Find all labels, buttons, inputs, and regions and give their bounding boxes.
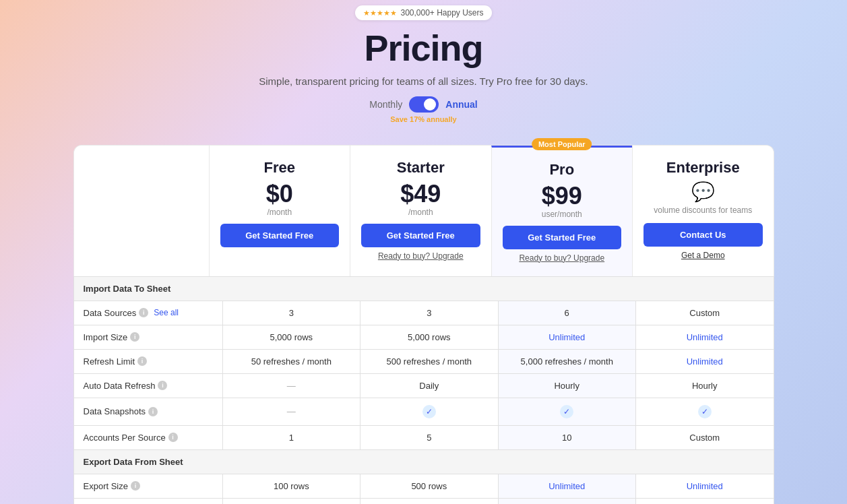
feature-name: Auto Data Refresh	[84, 381, 156, 391]
feature-name: Data Snapshots	[84, 406, 146, 416]
annual-label: Annual	[445, 99, 477, 110]
check-icon: ✓	[698, 405, 712, 418]
pro-value: Unlimited	[498, 325, 635, 349]
enterprise-value: ✓	[635, 398, 774, 425]
plan-col-starter: Starter $49 /month Get Started Free Read…	[350, 146, 491, 276]
starter-value: 500 refreshes / month	[360, 349, 498, 373]
import-section-title: Import Data To Sheet	[73, 276, 774, 301]
free-value: 3	[222, 301, 360, 325]
feature-name: Accounts Per Source	[84, 433, 166, 443]
free-value: 1	[222, 425, 360, 449]
table-row: Data Snapshots i — ✓ ✓ ✓	[73, 398, 774, 425]
starter-plan-price: $49	[361, 181, 480, 208]
enterprise-contact-button[interactable]: Contact Us	[644, 223, 763, 247]
pricing-container: Free $0 /month Get Started Free Starter …	[60, 145, 788, 504]
plan-col-pro: Most Popular Pro $99 user/month Get Star…	[491, 146, 633, 276]
feature-name: Data Sources	[84, 308, 137, 318]
starter-value: 500 runs / month	[360, 498, 498, 504]
enterprise-value: Hourly	[635, 373, 774, 398]
free-value: —	[222, 373, 360, 398]
pro-plan-period: user/month	[503, 210, 622, 219]
free-value: 5,000 rows	[222, 325, 360, 349]
pro-get-started-button[interactable]: Get Started Free	[503, 226, 622, 249]
starter-value: 500 rows	[360, 474, 498, 498]
toggle-knob	[424, 98, 436, 111]
plans-header: Free $0 /month Get Started Free Starter …	[73, 145, 774, 276]
save-text: Save 17% annually	[390, 115, 456, 123]
stars-icon: ★★★★★	[363, 9, 397, 18]
info-icon[interactable]: i	[148, 407, 158, 416]
save-badge: Save 17% annually	[0, 115, 847, 123]
header-section: ★★★★★ 300,000+ Happy Users Pricing Simpl…	[0, 0, 847, 145]
starter-value: Daily	[360, 373, 498, 398]
free-get-started-button[interactable]: Get Started Free	[220, 224, 340, 247]
feature-name: Import Size	[84, 332, 128, 342]
plan-col-enterprise: Enterprise 💬 volume discounts for teams …	[632, 146, 774, 276]
enterprise-plan-name: Enterprise	[644, 159, 763, 177]
page-title: Pricing	[0, 27, 847, 69]
pricing-subtitle: Simple, transparent pricing for teams of…	[0, 75, 847, 87]
starter-plan-name: Starter	[361, 159, 480, 177]
table-row: Data Sources i See all 3 3 6 Custom	[73, 301, 774, 325]
enterprise-value: Unlimited	[635, 349, 774, 373]
info-icon[interactable]: i	[158, 381, 167, 390]
free-plan-price: $0	[220, 181, 340, 208]
pro-value: ✓	[498, 398, 635, 425]
see-all-link[interactable]: See all	[154, 308, 179, 317]
enterprise-plan-desc: volume discounts for teams	[644, 206, 763, 215]
info-icon[interactable]: i	[139, 308, 148, 317]
table-row: Accounts Per Source i 1 5 10 Custom	[73, 425, 774, 449]
check-icon: ✓	[422, 405, 436, 418]
plan-col-free: Free $0 /month Get Started Free	[209, 146, 350, 276]
starter-value: 5	[360, 425, 498, 449]
enterprise-value: Unlimited	[635, 325, 774, 349]
import-section-header: Import Data To Sheet	[73, 276, 774, 301]
header-empty-col	[74, 146, 209, 276]
info-icon[interactable]: i	[130, 332, 139, 342]
pro-value: 6	[498, 301, 635, 325]
starter-plan-period: /month	[361, 208, 480, 217]
starter-value: 5,000 rows	[360, 325, 498, 349]
starter-value: ✓	[360, 398, 498, 425]
feature-name: Export Size	[84, 481, 128, 491]
info-icon[interactable]: i	[168, 433, 178, 442]
info-icon[interactable]: i	[131, 481, 140, 491]
badge-text: 300,000+ Happy Users	[400, 8, 483, 18]
free-value: —	[222, 398, 360, 425]
enterprise-value: Custom	[635, 425, 774, 449]
table-row: Auto Data Refresh i — Daily Hourly Hourl…	[73, 373, 774, 398]
feature-table: Import Data To Sheet Data Sources i See …	[73, 276, 774, 504]
pro-plan-price: $99	[503, 183, 622, 210]
get-demo-link[interactable]: Get a Demo	[644, 251, 763, 260]
free-plan-period: /month	[220, 208, 340, 217]
free-value: 100 rows	[222, 474, 360, 498]
chat-icon: 💬	[644, 181, 763, 203]
starter-upgrade-link[interactable]: Ready to buy? Upgrade	[361, 251, 480, 261]
pro-upgrade-link[interactable]: Ready to buy? Upgrade	[503, 253, 622, 263]
starter-get-started-button[interactable]: Get Started Free	[361, 224, 480, 247]
pro-plan-name: Pro	[503, 161, 622, 179]
free-value: 50 refreshes / month	[222, 349, 360, 373]
table-row: Export Runs Limit i 50 runs / month 500 …	[73, 498, 774, 504]
pro-value: Unlimited	[498, 474, 635, 498]
feature-label-cell: Data Sources i See all	[73, 301, 222, 325]
billing-toggle[interactable]	[409, 96, 439, 113]
table-row: Export Size i 100 rows 500 rows Unlimite…	[73, 474, 774, 498]
pro-value: Hourly	[498, 373, 635, 398]
most-popular-badge: Most Popular	[532, 138, 592, 150]
table-row: Import Size i 5,000 rows 5,000 rows Unli…	[73, 325, 774, 349]
page-wrapper: ★★★★★ 300,000+ Happy Users Pricing Simpl…	[0, 0, 847, 504]
enterprise-value: Unlimited	[635, 474, 774, 498]
enterprise-value: Custom	[635, 301, 774, 325]
feature-name: Refresh Limit	[84, 356, 135, 367]
free-plan-name: Free	[220, 159, 340, 177]
info-icon[interactable]: i	[137, 356, 147, 366]
happy-users-badge: ★★★★★ 300,000+ Happy Users	[355, 5, 491, 20]
free-value: 50 runs / month	[222, 498, 360, 504]
check-icon: ✓	[560, 405, 573, 418]
monthly-label: Monthly	[369, 99, 402, 110]
export-section-title: Export Data From Sheet	[73, 449, 774, 474]
starter-value: 3	[360, 301, 498, 325]
pro-value: 5,000 refreshes / month	[498, 349, 635, 373]
billing-toggle-section: Monthly Annual	[0, 96, 847, 113]
